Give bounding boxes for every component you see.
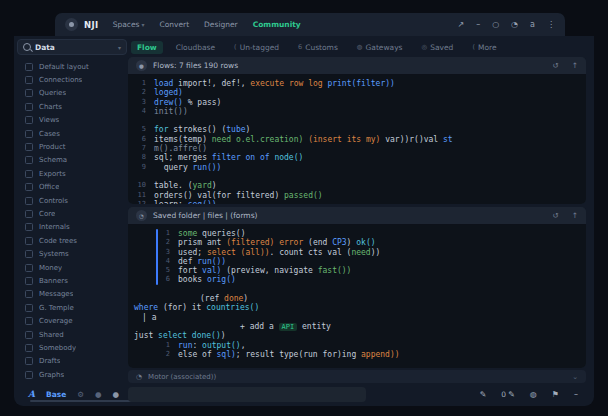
sidebar-item-drafts[interactable]: Drafts [18,355,124,368]
sidebar-item-g-temple[interactable]: G. Temple [18,301,124,314]
search-input[interactable]: Data ▾ [17,39,127,55]
sidebar-item-graphs[interactable]: Graphs [18,368,124,381]
edit-count-icon[interactable]: 0✎ [501,390,514,399]
panel-header[interactable]: ●Flows: 7 files 190 rows↺↑ [128,57,586,75]
titlebar: NJI Spaces▾ConvertDesignerCommunity ↗–○◔… [55,13,565,36]
account-icon[interactable]: a [530,21,535,29]
footer-logo[interactable]: A [28,389,35,399]
code-text: table. (yard) [154,181,217,190]
code-token: select (all)) [207,248,270,257]
panel-header[interactable]: ◔Saved folder | files | (forms)↺↑ [128,207,586,225]
item-checkbox-icon[interactable] [25,371,33,379]
tab-icon: ◎ [422,43,428,51]
sidebar-item-connections[interactable]: Connections [18,73,124,86]
code-token: ) [243,294,248,303]
code-line: 2prism ant (filtered) error (end CP3) ok… [134,238,586,247]
item-checkbox-icon[interactable] [25,223,33,231]
settings-icon[interactable]: ⚙ [77,390,84,399]
tab-customs[interactable]: 6Customs [292,41,344,54]
sidebar-item-default-layout[interactable]: Default layout [18,60,124,73]
collapsed-panel-bar[interactable]: ◔ Motor (associated)) ⌄ [128,370,586,383]
expand-icon[interactable]: ↗ [457,21,464,29]
sidebar-item-coverage[interactable]: Coverage [18,314,124,327]
chevron-down-icon[interactable]: ▾ [118,44,121,51]
item-checkbox-icon[interactable] [25,103,33,111]
refresh-icon[interactable]: ↺ [552,61,558,70]
item-checkbox-icon[interactable] [25,143,33,151]
upload-icon[interactable]: ↑ [572,61,578,70]
item-checkbox-icon[interactable] [25,156,33,164]
menu-item-community[interactable]: Community [253,20,301,29]
sidebar-item-internals[interactable]: Internals [18,221,124,234]
tab-saved[interactable]: ◎Saved [416,41,460,54]
sidebar-item-controls[interactable]: Controls [18,194,124,207]
expand-icon[interactable]: ⌄ [572,373,578,381]
item-checkbox-icon[interactable] [25,344,33,352]
sidebar-item-queries[interactable]: Queries [18,87,124,100]
sidebar-item-product[interactable]: Product [18,140,124,153]
sidebar-item-exports[interactable]: Exports [18,167,124,180]
code-area[interactable]: 1load import!, def!, execute row log pri… [128,75,586,204]
item-checkbox-icon[interactable] [25,264,33,272]
sidebar-item-views[interactable]: Views [18,114,124,127]
maximize-icon[interactable]: ○ [492,21,499,29]
sidebar-item-systems[interactable]: Systems [18,247,124,260]
sidebar-item-banners[interactable]: Banners [18,274,124,287]
tab-label: More [478,43,497,52]
clock-icon[interactable]: ◔ [511,21,518,29]
avatar-dot-icon[interactable]: ● [113,390,120,399]
menu-item-convert[interactable]: Convert [159,20,189,29]
footer-label[interactable]: Base [46,390,66,399]
line-number: 6 [134,135,146,144]
item-checkbox-icon[interactable] [25,170,33,178]
tab-un-tagged[interactable]: (Un-tagged [228,41,285,54]
sidebar-item-money[interactable]: Money [18,261,124,274]
status-dot-icon[interactable]: ● [95,390,102,399]
upload-icon[interactable]: ↑ [572,211,578,220]
item-checkbox-icon[interactable] [25,331,33,339]
item-checkbox-icon[interactable] [25,183,33,191]
sidebar-item-schema[interactable]: Schema [18,154,124,167]
item-checkbox-icon[interactable] [25,250,33,258]
menu-item-spaces[interactable]: Spaces▾ [113,20,145,29]
tab-cloudbase[interactable]: Cloudbase [170,41,221,54]
item-checkbox-icon[interactable] [25,237,33,245]
item-checkbox-icon[interactable] [25,76,33,84]
item-checkbox-icon[interactable] [25,210,33,218]
code-token: API [279,323,298,331]
code-area[interactable]: A1some queries()2prism ant (filtered) er… [128,225,586,368]
status-input[interactable] [128,387,366,402]
item-checkbox-icon[interactable] [25,63,33,71]
sidebar-item-somebody[interactable]: Somebody [18,341,124,354]
item-checkbox-icon[interactable] [25,304,33,312]
sidebar-item-cases[interactable]: Cases [18,127,124,140]
item-checkbox-icon[interactable] [25,357,33,365]
line-number: 5 [134,125,146,134]
menu-item-designer[interactable]: Designer [204,20,238,29]
sidebar-item-code-trees[interactable]: Code trees [18,234,124,247]
item-checkbox-icon[interactable] [25,277,33,285]
sidebar-item-charts[interactable]: Charts [18,100,124,113]
minimize-icon[interactable]: – [574,390,578,399]
item-checkbox-icon[interactable] [25,89,33,97]
item-checkbox-icon[interactable] [25,290,33,298]
sidebar-item-messages[interactable]: Messages [18,288,124,301]
item-checkbox-icon[interactable] [25,116,33,124]
item-checkbox-icon[interactable] [25,317,33,325]
tab-gateways[interactable]: ◍Gateways [351,41,409,54]
sidebar-item-office[interactable]: Office [18,181,124,194]
item-checkbox-icon[interactable] [25,130,33,138]
flag-icon[interactable]: ⚑ [552,390,559,399]
tab-flow[interactable]: Flow [131,41,163,54]
sidebar-item-shared[interactable]: Shared [18,328,124,341]
minimize-icon[interactable]: – [476,21,480,29]
horizontal-scrollbar[interactable] [30,400,132,402]
item-checkbox-icon[interactable] [25,197,33,205]
globe-icon[interactable]: ◍ [530,390,537,399]
code-text: learn; seq()) [154,200,217,204]
pencil-icon[interactable]: ✎ [480,390,487,399]
sidebar-item-core[interactable]: Core [18,207,124,220]
tab-more[interactable]: (More [466,41,502,54]
more-icon[interactable]: ⋮ [547,21,555,29]
refresh-icon[interactable]: ↺ [552,211,558,220]
